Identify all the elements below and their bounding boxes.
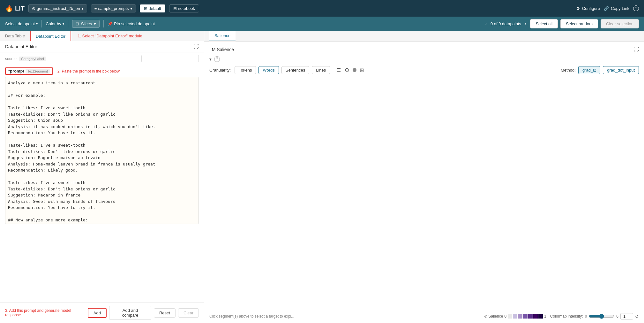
view-icons: ☰ ⊖ ⊞ [335,66,365,74]
source-label: source [5,57,17,61]
add-compare-button[interactable]: Add and compare [109,306,151,320]
instruction-1: 1. Select "Datapoint Editor" module. [75,32,146,40]
pin-icon: 📌 [108,21,113,26]
color-by-btn[interactable]: Color by ▾ [46,21,64,26]
source-input[interactable] [141,55,199,62]
model-dropdown-icon: ▾ [81,6,84,11]
color-box-2 [513,314,517,319]
top-nav: 🔥 LIT ⊙ gemma_instruct_2b_en ▾ ≡ sample_… [0,0,644,17]
salience-dropdown-btn[interactable]: ▾ [209,57,212,62]
expand-icon[interactable]: ⛶ [194,44,199,50]
circle-view-icon[interactable]: ⊖ [343,66,351,74]
salience-label: Salience [489,314,503,319]
salience-help-icon[interactable]: ? [214,56,220,62]
tab-datapoint-editor[interactable]: Datapoint Editor [30,31,71,41]
reset-colormap-icon[interactable]: ↺ [635,314,639,319]
right-panel-tabs: Salience [204,31,644,42]
gran-words-btn[interactable]: Words [258,66,279,74]
next-datapoint-btn[interactable]: › [524,21,528,26]
copy-link-btn[interactable]: 🔗 Copy Link [604,6,629,11]
dataset-selector[interactable]: ≡ sample_prompts ▾ [91,4,136,12]
link-icon: 🔗 [604,6,609,11]
method-section: Method: grad_l2 grad_dot_input [561,66,639,74]
help-icon: ? [633,5,639,11]
gran-tokens-btn[interactable]: Tokens [235,66,256,74]
copy-link-label: Copy Link [611,6,629,11]
slices-btn[interactable]: ⊟ Slices ▾ [72,20,100,28]
colormap-max-val: 6 [616,314,618,319]
gran-lines-btn[interactable]: Lines [312,66,330,74]
app-title: LIT [15,5,25,12]
method-grad-dot-btn[interactable]: grad_dot_input [603,66,639,74]
nav-right: ⚙ Configure 🔗 Copy Link ? [576,5,639,11]
toolbar-sep-2 [68,20,68,27]
colormap-min-val: 0 [585,314,587,319]
colormap-slider[interactable] [589,314,614,319]
dataset-dropdown-icon: ▾ [130,6,132,11]
prompt-type-badge: TextSegment [26,69,50,73]
instruction-2: 2. Paste the prompt in the box below. [57,69,120,73]
gran-sentences-btn[interactable]: Sentences [281,66,309,74]
configure-btn[interactable]: ⚙ Configure [576,6,600,11]
editor-bottom: 3. Add this prompt and generate model re… [0,302,204,323]
tab-data-table[interactable]: Data Table [0,31,30,41]
dataset-icon: ≡ [94,6,97,11]
help-btn[interactable]: ? [633,5,639,11]
clear-selection-btn[interactable]: Clear selection [601,19,639,28]
select-datapoint-btn[interactable]: Select datapoint ▾ [5,21,38,26]
toolbar-right: ‹ 0 of 9 datapoints › Select all Select … [484,19,639,28]
flame-icon: 🔥 [5,4,13,12]
prompt-label: *prompt [8,69,24,73]
prompt-label-box: *prompt TextSegment [5,67,53,75]
reset-button[interactable]: Reset [154,308,176,318]
salience-expand-icon[interactable]: ⛶ [634,47,639,52]
salience-min: 0 [505,314,507,319]
color-by-arrow: ▾ [63,22,64,26]
list-view-icon[interactable]: ☰ [335,66,342,74]
panel-tabs: Data Table Datapoint Editor 1. Select "D… [0,31,204,41]
model-selector[interactable]: ⊙ gemma_instruct_2b_en ▾ [28,4,87,12]
method-grad-l2-btn[interactable]: grad_l2 [578,66,600,74]
slices-arrow: ▾ [94,21,96,26]
source-type-badge: CategoryLabel [19,57,46,61]
color-by-label: Color by [46,21,61,26]
salience-toolbar: ▾ ? [209,56,639,62]
datapoints-nav: ‹ 0 of 9 datapoints › [484,21,528,26]
configure-label: Configure [582,6,600,11]
clear-button[interactable]: Clear [178,308,199,318]
spinner-input[interactable] [620,313,633,319]
layout-notebook-label: notebook [178,6,195,11]
salience-indicator: ⊙ Salience 0 1 [484,314,546,319]
tab-salience[interactable]: Salience [209,31,236,41]
salience-header: LM Salience ⛶ [209,47,639,52]
colormap-section: Colormap intensity: 0 6 ↺ [550,313,639,319]
pin-label: Pin selected datapoint [114,21,155,26]
pin-datapoint-btn[interactable]: 📌 Pin selected datapoint [108,21,155,26]
layout-notebook-btn[interactable]: ⊟ notebook [169,4,199,12]
add-button[interactable]: Add [88,308,107,318]
status-text: Click segment(s) above to select a targe… [209,314,480,319]
salience-icon: ⊙ [484,314,487,319]
select-all-btn[interactable]: Select all [530,19,558,28]
grid-view-icon[interactable]: ⊞ [358,66,365,74]
slices-label: Slices [81,21,92,26]
dataset-label: sample_prompts [98,6,129,11]
salience-max: 1 [544,314,546,319]
prompt-textarea[interactable]: Analyze a menu item in a restaurant. ## … [5,77,199,224]
gear-icon: ⚙ [576,6,580,11]
prev-datapoint-btn[interactable]: ‹ [484,21,488,26]
prompt-label-area: *prompt TextSegment 2. Paste the prompt … [5,67,121,75]
layout-default-btn[interactable]: ⊞ default [140,4,165,12]
salience-content-area [209,79,639,207]
layout-icon: ⊞ [144,6,147,11]
editor-title: Datapoint Editor [5,44,37,49]
color-scale [508,314,543,319]
color-box-7 [538,314,543,319]
toolbar-sep-3 [103,20,104,27]
select-random-btn[interactable]: Select random [560,19,598,28]
right-panel: Salience LM Salience ⛶ ▾ ? Granularity: … [204,31,644,323]
lm-salience-title: LM Salience [209,47,234,52]
app-logo: 🔥 LIT [5,4,25,12]
slices-icon: ⊟ [76,21,79,26]
prompt-field-row: *prompt TextSegment 2. Paste the prompt … [0,65,204,77]
